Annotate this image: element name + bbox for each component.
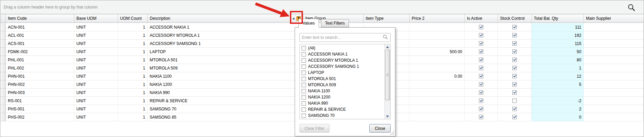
checkbox[interactable] <box>302 95 306 100</box>
checkbox[interactable] <box>479 58 483 62</box>
cell-base_uom: UNIT <box>74 64 118 72</box>
checkbox[interactable] <box>302 71 306 75</box>
group-by-panel[interactable]: Drag a column header here to group by th… <box>0 0 644 14</box>
checkbox[interactable] <box>512 58 517 62</box>
checkbox[interactable] <box>479 107 483 111</box>
row-indicator[interactable] <box>0 31 6 40</box>
filter-list-item[interactable]: ACCESSORY SAMSONG 1 <box>300 63 384 70</box>
checkbox[interactable] <box>302 52 306 57</box>
close-button[interactable]: Close <box>369 124 391 133</box>
checkbox[interactable] <box>302 89 306 93</box>
row-indicator[interactable] <box>0 40 6 48</box>
column-header-price2[interactable]: Price 2 <box>410 14 465 22</box>
cell-base_uom: UNIT <box>74 40 118 48</box>
checkbox[interactable] <box>512 107 517 111</box>
checkbox[interactable] <box>512 25 517 29</box>
row-indicator[interactable] <box>0 80 6 89</box>
column-header-is_active[interactable]: Is Active <box>465 14 498 22</box>
filter-list-item[interactable]: ACCESSOR NAKIA 1 <box>300 51 384 57</box>
row-indicator[interactable] <box>0 56 6 64</box>
filter-list-item[interactable]: NAKIA 1100 <box>300 88 384 94</box>
cell-base_uom: UNIT <box>74 31 118 40</box>
row-indicator[interactable] <box>0 89 6 97</box>
filter-list-item[interactable]: NAKIA 1200 <box>300 94 384 100</box>
checkbox[interactable] <box>302 46 306 50</box>
cell-price2 <box>409 113 465 121</box>
cell-main_supplier <box>584 72 644 80</box>
list-scrollbar[interactable] <box>384 44 390 119</box>
column-header-total_bal_qty[interactable]: Total Bal. Qty <box>532 14 584 22</box>
checkbox[interactable] <box>479 115 483 119</box>
checkbox[interactable] <box>479 90 483 95</box>
cell-stock_control <box>498 97 531 105</box>
checkbox[interactable] <box>479 98 483 103</box>
checkbox[interactable] <box>479 33 483 37</box>
scroll-down-button[interactable] <box>385 114 390 119</box>
row-indicator[interactable] <box>0 64 6 72</box>
column-header-description[interactable]: Description <box>148 14 303 22</box>
cell-description: NAKIA 990 <box>148 89 303 97</box>
row-indicator[interactable] <box>0 105 6 113</box>
filter-list-item[interactable]: ACCESSORY MTOROLA 1 <box>300 57 384 63</box>
checkbox[interactable] <box>512 90 517 95</box>
tab-values[interactable]: Values <box>298 19 319 28</box>
column-header-main_supplier[interactable]: Main Supplier <box>584 14 644 22</box>
cell-is_active <box>465 31 498 40</box>
filter-list-item[interactable]: LAPTOP <box>300 70 384 76</box>
column-header-uom_count[interactable]: UOM Count <box>118 14 148 22</box>
checkbox[interactable] <box>302 101 306 106</box>
checkbox[interactable] <box>302 58 306 63</box>
checkbox[interactable] <box>512 49 517 54</box>
row-indicator[interactable] <box>0 72 6 80</box>
column-header-item_code[interactable]: Item Code <box>6 14 74 22</box>
cell-is_active <box>465 48 498 56</box>
resize-grip[interactable] <box>390 131 394 135</box>
checkbox[interactable] <box>302 113 306 118</box>
filter-search-input[interactable] <box>300 33 383 42</box>
filter-list-item[interactable]: MTOROLA 501 <box>300 76 384 82</box>
row-indicator[interactable] <box>0 23 6 31</box>
clear-filter-button[interactable]: Clear Filter <box>299 124 330 133</box>
row-indicator[interactable] <box>0 113 6 121</box>
checkbox[interactable] <box>302 64 306 69</box>
filter-list-item[interactable]: NAKIA 990 <box>300 100 384 106</box>
cell-description: ACCESSORY MTOROLA 1 <box>148 31 303 40</box>
scroll-up-button[interactable] <box>385 44 390 49</box>
checkbox[interactable] <box>512 41 517 46</box>
checkbox[interactable] <box>302 83 306 87</box>
checkbox[interactable] <box>479 49 483 54</box>
checkbox[interactable] <box>512 82 517 87</box>
scrollbar-thumb[interactable] <box>385 50 390 100</box>
cell-base_uom: UNIT <box>74 23 118 31</box>
search-icon[interactable] <box>383 34 389 41</box>
checkbox[interactable] <box>479 25 483 29</box>
checkbox[interactable] <box>302 77 306 81</box>
column-header-base_uom[interactable]: Base UOM <box>74 14 118 22</box>
cell-description: NAKIA 1100 <box>148 72 303 80</box>
filter-list-item[interactable]: REPAIR & SERVICE <box>300 106 384 112</box>
checkbox[interactable] <box>512 33 517 37</box>
checkbox[interactable] <box>302 107 306 112</box>
checkbox[interactable] <box>479 41 483 46</box>
checkbox[interactable] <box>512 74 517 78</box>
cell-item_code: ACL-001 <box>6 31 74 40</box>
checkbox[interactable] <box>512 66 517 70</box>
column-header-stock_control[interactable]: Stock Control <box>498 14 532 22</box>
row-indicator[interactable] <box>0 97 6 105</box>
cell-description: MTOROLA 501 <box>148 56 303 64</box>
cell-total_bal_qty: 192 <box>531 31 584 40</box>
checkbox[interactable] <box>512 98 517 103</box>
filter-list-item[interactable]: SAMSONG 70 <box>300 112 384 119</box>
checkbox[interactable] <box>479 66 483 70</box>
search-icon[interactable] <box>627 3 635 12</box>
tab-text-filters[interactable]: Text Filters <box>321 19 349 27</box>
checkbox[interactable] <box>479 82 483 87</box>
cell-base_uom: UNIT <box>74 97 118 105</box>
row-indicator[interactable] <box>0 48 6 56</box>
filter-list-item[interactable]: MTOROLA 509 <box>300 82 384 88</box>
filter-list-item[interactable]: (All) <box>300 45 384 51</box>
checkbox[interactable] <box>512 115 517 119</box>
cell-item_code: PHN-002 <box>6 80 74 89</box>
cell-stock_control <box>498 64 531 72</box>
checkbox[interactable] <box>479 74 483 78</box>
